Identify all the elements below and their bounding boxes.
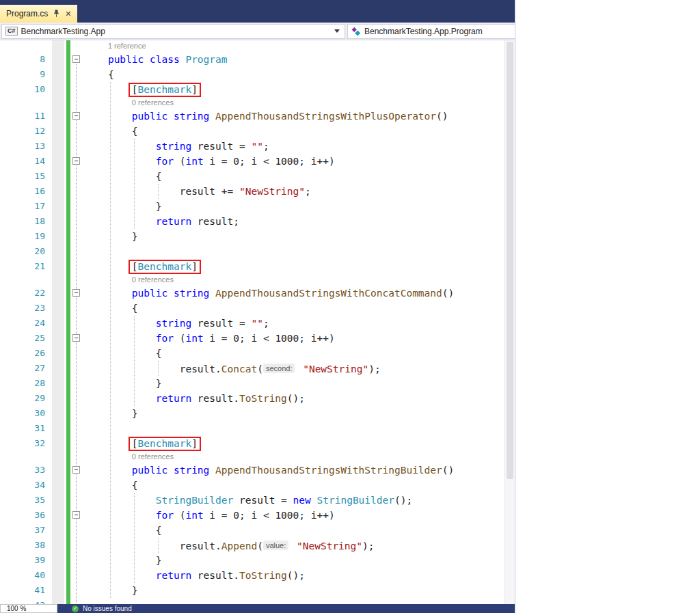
code-text: StringBuilder result = new StringBuilder… [84, 493, 412, 508]
code-line: 28} [0, 376, 504, 391]
csharp-project-icon: C# [5, 27, 18, 36]
code-line: 15{ [0, 169, 504, 184]
code-line: 26{ [0, 346, 504, 361]
code-line: 35StringBuilder result = new StringBuild… [0, 493, 504, 508]
line-number: 41 [0, 583, 45, 598]
line-number: 40 [0, 568, 45, 583]
line-number: 25 [0, 331, 45, 346]
code-text: } [84, 406, 138, 421]
code-text: { [84, 124, 138, 139]
fold-collapse-toggle[interactable] [72, 55, 80, 63]
code-text: for (int i = 0; i < 1000; i++) [84, 154, 335, 169]
code-line: 33public string AppendThousandStringsWit… [0, 463, 504, 478]
code-line: 34{ [0, 478, 504, 493]
codelens-references-link[interactable]: 1 reference [84, 40, 146, 52]
line-number: 17 [0, 199, 45, 214]
line-number: 20 [0, 244, 45, 259]
type-dropdown[interactable]: BenchmarkTesting.App.Program [347, 24, 515, 39]
line-number: 10 [0, 82, 45, 97]
line-number: 33 [0, 463, 45, 478]
code-text: return result.ToString(); [84, 391, 305, 406]
code-line: 9{ [0, 67, 504, 82]
codelens-row: 1 reference [0, 40, 504, 52]
code-line: 24string result = ""; [0, 316, 504, 331]
code-text: for (int i = 0; i < 1000; i++) [84, 508, 335, 523]
code-text: { [84, 346, 161, 361]
scrollbar-thumb[interactable] [507, 42, 513, 479]
codelens-row: 0 references [0, 451, 504, 463]
line-number: 16 [0, 184, 45, 199]
document-tab-bar: Program.cs ✕ [0, 0, 515, 23]
code-line: 27result.Concat(second: "NewString"); [0, 361, 504, 376]
code-text: string result = ""; [84, 139, 269, 154]
code-line: 37{ [0, 523, 504, 538]
benchmark-annotation-box: [Benchmark] [129, 83, 201, 97]
code-text: } [84, 376, 161, 391]
fold-collapse-toggle[interactable] [72, 334, 80, 342]
fold-collapse-toggle[interactable] [72, 112, 80, 120]
fold-collapse-toggle[interactable] [72, 511, 80, 519]
editor-bottom-bar: 100 % ✓ No issues found [0, 604, 515, 613]
line-number: 18 [0, 214, 45, 229]
code-line: 31 [0, 421, 504, 436]
code-text: return result.ToString(); [84, 568, 305, 583]
pin-icon[interactable] [53, 10, 59, 18]
vertical-scrollbar[interactable] [504, 40, 515, 613]
line-number: 15 [0, 169, 45, 184]
project-dropdown-label: BenchmarkTesting.App [21, 27, 105, 36]
type-dropdown-label: BenchmarkTesting.App.Program [364, 27, 483, 36]
code-line: 14for (int i = 0; i < 1000; i++) [0, 154, 504, 169]
tab-program-cs[interactable]: Program.cs ✕ [0, 5, 77, 23]
line-number: 31 [0, 421, 45, 436]
benchmark-annotation-box: [Benchmark] [129, 260, 201, 274]
code-text: { [84, 169, 161, 184]
project-dropdown[interactable]: C# BenchmarkTesting.App [1, 24, 345, 39]
code-text: [Benchmark] [84, 436, 201, 451]
code-line: 29return result.ToString(); [0, 391, 504, 406]
code-line: 38result.Append(value: "NewString"); [0, 538, 504, 553]
code-text: public string AppendThousandStringsWithC… [84, 286, 454, 301]
zoom-control[interactable]: 100 % [0, 604, 57, 613]
code-line: 22public string AppendThousandStringsWit… [0, 286, 504, 301]
code-text: { [84, 301, 138, 316]
chevron-down-icon [334, 29, 340, 33]
line-number: 8 [0, 52, 45, 67]
health-check-icon[interactable]: ✓ [72, 605, 79, 612]
fold-collapse-toggle[interactable] [72, 289, 80, 297]
code-text: result.Append(value: "NewString"); [84, 538, 375, 554]
code-line: 23{ [0, 301, 504, 316]
line-number: 27 [0, 361, 45, 376]
line-number: 24 [0, 316, 45, 331]
fold-collapse-toggle[interactable] [72, 157, 80, 165]
line-number: 9 [0, 67, 45, 82]
codelens-references-link[interactable]: 0 references [84, 274, 174, 286]
line-number: 19 [0, 229, 45, 244]
code-text: return result; [84, 214, 239, 229]
close-icon[interactable]: ✕ [65, 10, 71, 18]
codelens-row: 0 references [0, 274, 504, 286]
code-line: 20 [0, 244, 504, 259]
line-number: 36 [0, 508, 45, 523]
code-text: [Benchmark] [84, 82, 201, 97]
parameter-name-hint: value: [263, 541, 288, 550]
line-number: 30 [0, 406, 45, 421]
code-text: } [84, 199, 161, 214]
code-text: { [84, 67, 114, 82]
code-line: 10[Benchmark] [0, 82, 504, 97]
code-line: 41} [0, 583, 504, 598]
line-number: 21 [0, 259, 45, 274]
fold-collapse-toggle[interactable] [72, 466, 80, 474]
code-line: 8public class Program [0, 52, 504, 67]
code-text: result.Concat(second: "NewString"); [84, 361, 381, 377]
code-line: 40return result.ToString(); [0, 568, 504, 583]
codelens-references-link[interactable]: 0 references [84, 451, 174, 463]
code-line: 17} [0, 199, 504, 214]
code-text: [Benchmark] [84, 259, 201, 274]
line-number: 35 [0, 493, 45, 508]
codelens-references-link[interactable]: 0 references [84, 97, 174, 109]
benchmark-annotation-box: [Benchmark] [129, 437, 201, 451]
code-line: 32[Benchmark] [0, 436, 504, 451]
code-line: 19} [0, 229, 504, 244]
code-line: 25for (int i = 0; i < 1000; i++) [0, 331, 504, 346]
code-editor[interactable]: 1 reference8public class Program9{10[Ben… [0, 40, 515, 613]
